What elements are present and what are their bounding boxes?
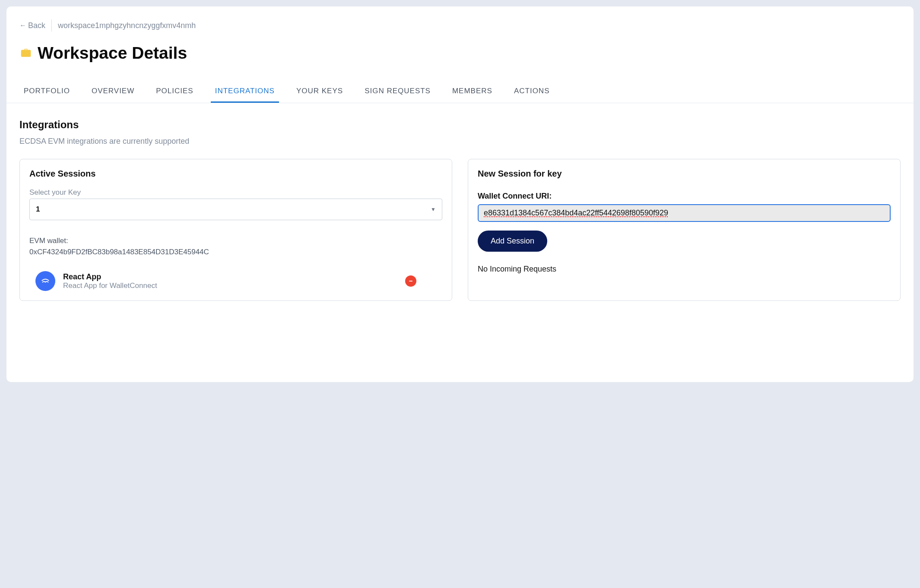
tab-actions[interactable]: ACTIONS [510, 82, 554, 103]
uri-input[interactable]: e86331d1384c567c384bd4ac22ff5442698f8059… [478, 204, 891, 222]
wallet-label: EVM wallet: [29, 237, 442, 245]
session-item: React App React App for WalletConnect [29, 271, 442, 291]
back-label: Back [28, 21, 45, 30]
integrations-subheading: ECDSA EVM integrations are currently sup… [19, 137, 901, 146]
select-key-label: Select your Key [29, 188, 442, 197]
svg-rect-0 [409, 281, 412, 281]
tab-policies[interactable]: POLICIES [152, 82, 197, 103]
back-button[interactable]: ← Back [19, 21, 45, 30]
remove-session-button[interactable] [405, 275, 416, 287]
tab-your-keys[interactable]: YOUR KEYS [292, 82, 347, 103]
new-session-title: New Session for key [478, 169, 891, 179]
uri-text: e86331d1384c567c384bd4ac22ff5442698f8059… [484, 209, 885, 218]
select-key-dropdown[interactable]: 1 ▼ [29, 199, 442, 220]
page-title-row: Workspace Details [6, 32, 914, 75]
tabs: PORTFOLIOOVERVIEWPOLICIESINTEGRATIONSYOU… [6, 82, 914, 103]
add-session-button[interactable]: Add Session [478, 231, 547, 252]
active-sessions-title: Active Sessions [29, 169, 442, 179]
session-app-name: React App [63, 272, 397, 281]
minus-icon [407, 278, 414, 285]
back-arrow-icon: ← [19, 22, 26, 29]
panels-row: Active Sessions Select your Key 1 ▼ EVM … [19, 159, 901, 301]
divider [51, 19, 52, 32]
tab-sign-requests[interactable]: SIGN REQUESTS [360, 82, 435, 103]
walletconnect-icon [35, 271, 55, 291]
session-text: React App React App for WalletConnect [63, 272, 397, 290]
active-sessions-panel: Active Sessions Select your Key 1 ▼ EVM … [19, 159, 452, 301]
workspace-id: workspace1mphgzyhncnzyggfxmv4nmh [58, 21, 196, 30]
new-session-panel: New Session for key Wallet Connect URI: … [468, 159, 901, 301]
main-container: ← Back workspace1mphgzyhncnzyggfxmv4nmh … [6, 6, 914, 382]
tab-members[interactable]: MEMBERS [448, 82, 497, 103]
no-incoming-label: No Incoming Requests [478, 265, 891, 274]
chevron-down-icon: ▼ [431, 206, 436, 212]
session-app-desc: React App for WalletConnect [63, 281, 397, 290]
tab-integrations[interactable]: INTEGRATIONS [211, 82, 279, 103]
breadcrumb-row: ← Back workspace1mphgzyhncnzyggfxmv4nmh [6, 6, 914, 32]
page-title: Workspace Details [38, 44, 187, 63]
tab-overview[interactable]: OVERVIEW [87, 82, 139, 103]
wallet-address: 0xCF4324b9FD2fBC83b98a1483E854D31D3E4594… [29, 248, 442, 256]
briefcase-icon [19, 47, 32, 60]
integrations-heading: Integrations [19, 119, 901, 131]
uri-label: Wallet Connect URI: [478, 192, 891, 201]
select-value: 1 [36, 205, 40, 214]
tab-portfolio[interactable]: PORTFOLIO [19, 82, 74, 103]
content-area: Integrations ECDSA EVM integrations are … [6, 103, 914, 316]
